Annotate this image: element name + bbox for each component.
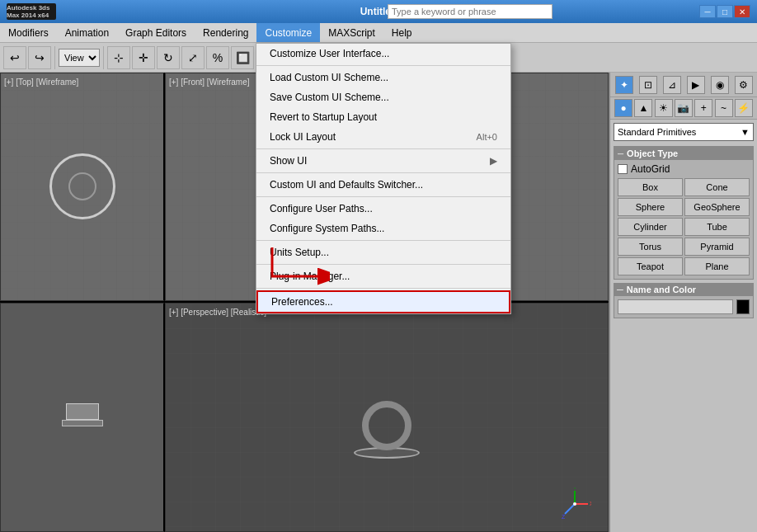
helpers-icon[interactable]: + (694, 99, 712, 117)
bottom-left-viewport[interactable] (0, 303, 165, 533)
snap-button[interactable]: 🔲 (231, 46, 254, 69)
primitives-label: Standard Primitives (618, 127, 696, 137)
units-label: Units Setup... (270, 247, 329, 258)
motion-icon[interactable]: ▶ (687, 76, 705, 94)
collapse-button[interactable]: ─ (618, 149, 623, 158)
menu-separator-6 (256, 264, 510, 265)
autogrid-checkbox[interactable] (618, 164, 628, 174)
torus-button[interactable]: Torus (618, 238, 683, 256)
svg-text:Y: Y (573, 487, 577, 490)
top-viewport[interactable]: [+] [Top] [Wireframe] (0, 73, 165, 301)
autogrid-label: AutoGrid (631, 163, 670, 175)
titlebar-left: Autodesk 3ds Max 2014 x64 (7, 3, 56, 20)
undo-button[interactable]: ↩ (3, 46, 26, 69)
load-ui-item[interactable]: Load Custom UI Scheme... (256, 68, 510, 87)
lights-icon[interactable]: ☀ (655, 99, 673, 117)
cylinder-button[interactable]: Cylinder (618, 218, 683, 236)
shapes-icon[interactable]: ▲ (634, 99, 652, 117)
color-swatch[interactable] (736, 299, 750, 314)
top-object (49, 153, 115, 219)
units-item[interactable]: Units Setup... (256, 242, 510, 262)
search-bar[interactable] (388, 4, 552, 19)
display-icon[interactable]: ◉ (711, 76, 729, 94)
menu-item-animation[interactable]: Animation (57, 23, 117, 42)
name-color-content (614, 296, 754, 318)
modify-icon[interactable]: ⊡ (639, 76, 657, 94)
svg-line-5 (565, 504, 575, 514)
view-select[interactable]: View (59, 49, 100, 67)
percent-button[interactable]: % (206, 46, 229, 69)
close-button[interactable]: ✕ (734, 5, 750, 18)
minimize-button[interactable]: ─ (699, 5, 716, 18)
scale-button[interactable]: ⤢ (181, 46, 205, 69)
save-ui-item[interactable]: Save Custom UI Scheme... (256, 87, 510, 107)
preferences-item[interactable]: Preferences... (256, 290, 510, 313)
sphere-button[interactable]: Sphere (618, 198, 683, 216)
redo-button[interactable]: ↪ (28, 46, 51, 69)
user-paths-item[interactable]: Configure User Paths... (256, 199, 510, 219)
systems-icon[interactable]: ⚡ (735, 99, 753, 117)
geosphere-button[interactable]: GeoSphere (684, 198, 750, 216)
custom-defaults-item[interactable]: Custom UI and Defaults Switcher... (256, 175, 510, 195)
name-color-collapse[interactable]: ─ (617, 285, 623, 294)
object-type-label: Object Type (627, 148, 678, 158)
tube-button[interactable]: Tube (684, 218, 750, 236)
teapot-button[interactable]: Teapot (618, 257, 683, 275)
move-button[interactable]: ✛ (132, 46, 155, 69)
rotate-button[interactable]: ↻ (157, 46, 180, 69)
dropdown-arrow-icon: ▼ (741, 127, 750, 137)
menu-item-customize[interactable]: Customize (256, 23, 320, 42)
right-panel-second-icons: ● ▲ ☀ 📷 + ~ ⚡ (610, 97, 757, 120)
name-color-label: Name and Color (627, 285, 696, 294)
customize-ui-item[interactable]: Customize User Interface... (256, 44, 510, 64)
toolbar-divider-2 (103, 46, 104, 69)
menubar: Modifiers Animation Graph Editors Render… (0, 23, 757, 43)
titlebar: Autodesk 3ds Max 2014 x64 Untitled ─ □ ✕ (0, 0, 757, 23)
svg-text:X: X (590, 501, 591, 506)
save-ui-label: Save Custom UI Scheme... (270, 92, 389, 103)
plugins-item[interactable]: Plug-in Manager... (256, 266, 510, 286)
bottom-left-content (1, 304, 163, 532)
preferences-label: Preferences... (271, 296, 333, 308)
show-ui-label: Show UI (270, 155, 307, 167)
cameras-icon[interactable]: 📷 (675, 99, 693, 117)
customize-dropdown-menu: Customize User Interface... Load Custom … (256, 43, 511, 314)
menu-item-modifiers[interactable]: Modifiers (0, 23, 57, 42)
menu-separator-5 (256, 240, 510, 241)
right-panel: ✦ ⊡ ⊿ ▶ ◉ ⚙ ● ▲ ☀ 📷 + ~ ⚡ Standard Primi… (609, 73, 757, 532)
menu-item-rendering[interactable]: Rendering (195, 23, 256, 42)
show-ui-item[interactable]: Show UI ▶ (256, 151, 510, 171)
perspective-viewport[interactable]: [+] [Perspective] [Realistic] (165, 303, 609, 533)
lock-ui-item[interactable]: Lock UI Layout Alt+0 (256, 127, 510, 147)
system-paths-item[interactable]: Configure System Paths... (256, 219, 510, 238)
small-box-obj (66, 403, 99, 420)
create-icon[interactable]: ✦ (615, 76, 633, 94)
autogrid-row: AutoGrid (618, 163, 750, 175)
object-type-section: ─ Object Type AutoGrid Box Cone Sphere G… (614, 146, 754, 280)
menu-separator-2 (256, 148, 510, 149)
primitives-dropdown[interactable]: Standard Primitives ▼ (614, 123, 754, 141)
box-button[interactable]: Box (618, 178, 683, 196)
object-type-header: ─ Object Type (614, 147, 753, 160)
menu-item-help[interactable]: Help (383, 23, 421, 42)
geometry-icon[interactable]: ● (614, 99, 632, 117)
spacewarps-icon[interactable]: ~ (715, 99, 733, 117)
hierarchy-icon[interactable]: ⊿ (663, 76, 681, 94)
plane-button[interactable]: Plane (684, 257, 750, 275)
menu-separator-3 (256, 172, 510, 173)
select-button[interactable]: ⊹ (107, 46, 130, 69)
app-logo: Autodesk 3ds Max 2014 x64 (7, 3, 56, 20)
perspective-object (362, 401, 411, 450)
pyramid-button[interactable]: Pyramid (684, 238, 750, 256)
search-input[interactable] (392, 7, 548, 16)
maximize-button[interactable]: □ (717, 5, 733, 18)
menu-item-graph-editors[interactable]: Graph Editors (117, 23, 195, 42)
utilities-icon[interactable]: ⚙ (735, 76, 753, 94)
cone-button[interactable]: Cone (684, 178, 750, 196)
objects-grid: Box Cone Sphere GeoSphere Cylinder Tube … (618, 178, 750, 275)
menu-item-maxscript[interactable]: MAXScript (320, 23, 383, 42)
user-paths-label: Configure User Paths... (270, 203, 373, 214)
revert-item[interactable]: Revert to Startup Layout (256, 107, 510, 127)
name-input[interactable] (618, 299, 733, 314)
revert-label: Revert to Startup Layout (270, 111, 377, 123)
